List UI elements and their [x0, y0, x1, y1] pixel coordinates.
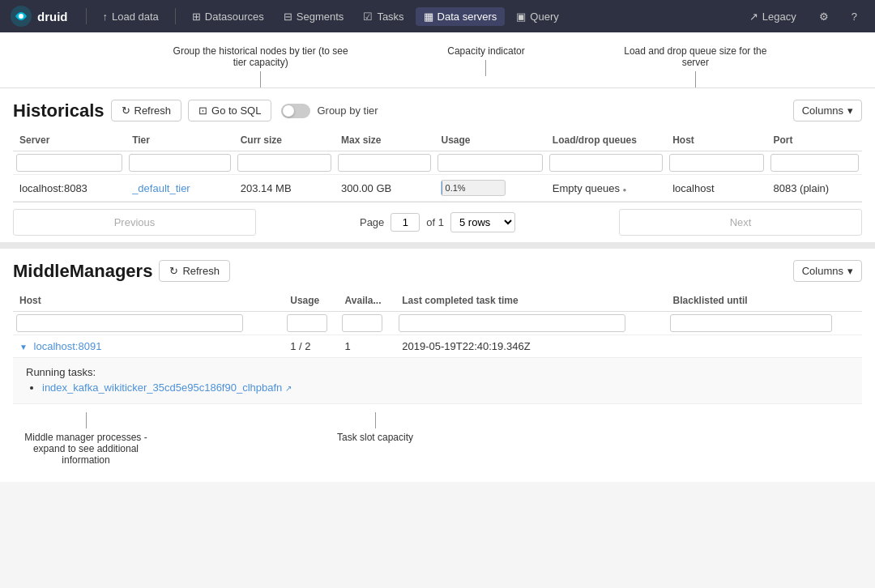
- task-link[interactable]: index_kafka_wikiticker_35cd5e95c186f90_c…: [42, 381, 282, 394]
- historicals-header-row: Server Tier Curr size Max size Usage Loa…: [13, 130, 862, 151]
- middle-managers-refresh-button[interactable]: ↻ Refresh: [159, 260, 230, 282]
- page-center: Page of 1 5 rows 10 rows 25 rows: [360, 212, 515, 232]
- tier-link[interactable]: _default_tier: [132, 182, 190, 194]
- help-icon: ?: [852, 11, 857, 23]
- mm-expand-row: Running tasks: index_kafka_wikiticker_35…: [13, 358, 862, 404]
- col-server: Server: [13, 130, 126, 151]
- mm-col-blacklisted: Blacklisted until: [667, 290, 862, 312]
- mm-filter-last-completed[interactable]: [399, 314, 625, 332]
- nav-divider2: [175, 8, 176, 24]
- group-by-tier-toggle[interactable]: [281, 104, 310, 118]
- cell-server: localhost:8083: [13, 175, 126, 202]
- cell-tier: _default_tier: [126, 175, 234, 202]
- filter-load-drop[interactable]: [549, 154, 663, 172]
- nav-data-servers[interactable]: ▦ Data servers: [416, 7, 506, 26]
- filter-usage[interactable]: [438, 154, 542, 172]
- mm-col-available: Availa...: [339, 290, 396, 312]
- cell-max-size: 300.00 GB: [335, 175, 434, 202]
- data-servers-icon: ▦: [424, 11, 433, 23]
- mm-cell-usage: 1 / 2: [284, 335, 338, 358]
- mm-filter-blacklisted[interactable]: [670, 314, 832, 332]
- next-button[interactable]: Next: [619, 209, 862, 236]
- running-tasks-list: index_kafka_wikiticker_35cd5e95c186f90_c…: [26, 381, 849, 394]
- bottom-ann-middle-manager: Middle manager processes - expand to see…: [13, 412, 159, 466]
- nav-segments[interactable]: ⊟ Segments: [275, 7, 352, 26]
- table-row: localhost:8083 _default_tier 203.14 MB 3…: [13, 175, 862, 202]
- mm-filter-available[interactable]: [342, 314, 382, 332]
- nav-tasks[interactable]: ☑ Tasks: [355, 7, 412, 26]
- middle-managers-table-wrapper: Host Usage Availa... Last completed task…: [13, 290, 862, 404]
- mm-chevron-down-icon: ▾: [847, 265, 853, 277]
- nav-query[interactable]: ▣ Query: [508, 7, 566, 26]
- usage-bar: 0.1%: [441, 180, 506, 196]
- historicals-header: Historicals ↻ Refresh ⊡ Go to SQL Group …: [13, 100, 862, 121]
- mm-cell-blacklisted: [667, 335, 862, 358]
- mm-col-last-completed: Last completed task time: [395, 290, 666, 312]
- previous-button[interactable]: Previous: [13, 209, 256, 236]
- load-drop-dot: ●: [623, 186, 627, 194]
- historicals-columns-button[interactable]: Columns ▾: [793, 100, 862, 121]
- bottom-ann-line2: [375, 412, 376, 428]
- segments-icon: ⊟: [284, 11, 292, 23]
- mm-filter-row: [13, 312, 862, 335]
- external-link-icon: ↗: [285, 384, 292, 393]
- nav-right: ↗ Legacy ⚙ ?: [741, 7, 865, 26]
- go-to-sql-button[interactable]: ⊡ Go to SQL: [188, 100, 271, 121]
- mm-filter-host[interactable]: [16, 314, 243, 332]
- running-tasks-label: Running tasks:: [26, 366, 849, 378]
- nav-datasources[interactable]: ⊞ Datasources: [184, 7, 272, 26]
- mm-table-row-expanded: ▼ localhost:8091 1 / 2 1 2019-05-19T22:4…: [13, 335, 862, 358]
- filter-port[interactable]: [770, 154, 859, 172]
- sql-icon: ⊡: [198, 104, 207, 117]
- middle-managers-title: MiddleManagers: [13, 261, 152, 282]
- page-input[interactable]: [391, 213, 420, 232]
- annotation-group-by-tier: Group the historical nodes by tier (to s…: [172, 45, 350, 87]
- list-item: index_kafka_wikiticker_35cd5e95c186f90_c…: [42, 381, 849, 394]
- mm-cell-last-completed: 2019-05-19T22:40:19.346Z: [395, 335, 666, 358]
- nav-load-data[interactable]: ↑ Load data: [95, 7, 167, 26]
- filter-host[interactable]: [669, 154, 763, 172]
- col-tier: Tier: [126, 130, 234, 151]
- filter-curr-size[interactable]: [237, 154, 331, 172]
- nav-bar: druid ↑ Load data ⊞ Datasources ⊟ Segmen…: [0, 0, 875, 32]
- mm-cell-host: ▼ localhost:8091: [13, 335, 284, 358]
- group-by-tier-label: Group by tier: [317, 104, 378, 117]
- historicals-table-wrapper: Server Tier Curr size Max size Usage Loa…: [13, 130, 862, 202]
- mm-header-row: Host Usage Availa... Last completed task…: [13, 290, 862, 312]
- nav-help[interactable]: ?: [843, 7, 865, 26]
- page-label: Page: [360, 216, 384, 228]
- of-label: of 1: [426, 216, 444, 228]
- cell-load-drop: Empty queues ●: [546, 175, 666, 202]
- historicals-table: Server Tier Curr size Max size Usage Loa…: [13, 130, 862, 202]
- gear-icon: ⚙: [819, 11, 829, 23]
- cell-usage: 0.1%: [434, 175, 545, 202]
- filter-server[interactable]: [16, 154, 122, 172]
- nav-divider: [86, 8, 87, 24]
- col-port: Port: [767, 130, 862, 151]
- rows-select[interactable]: 5 rows 10 rows 25 rows: [450, 212, 515, 232]
- col-usage: Usage: [434, 130, 545, 151]
- filter-tier[interactable]: [129, 154, 231, 172]
- cell-curr-size: 203.14 MB: [234, 175, 335, 202]
- col-curr-size: Curr size: [234, 130, 335, 151]
- historicals-refresh-button[interactable]: ↻ Refresh: [111, 100, 182, 121]
- logo-text: druid: [37, 10, 68, 23]
- svg-point-1: [19, 14, 23, 19]
- annotation-capacity: Capacity indicator: [433, 45, 539, 87]
- nav-legacy[interactable]: ↗ Legacy: [741, 7, 805, 26]
- nav-settings[interactable]: ⚙: [811, 7, 837, 26]
- annotation-area: Group the historical nodes by tier (to s…: [0, 32, 875, 88]
- annotation-load-drop: Load and drop queue size for the server: [622, 45, 768, 87]
- col-host: Host: [666, 130, 766, 151]
- filter-max-size[interactable]: [338, 154, 431, 172]
- expand-chevron[interactable]: ▼: [19, 343, 28, 352]
- middle-managers-section: MiddleManagers ↻ Refresh Columns ▾ Host …: [0, 249, 875, 404]
- mm-refresh-icon: ↻: [169, 265, 178, 277]
- mm-col-usage: Usage: [284, 290, 338, 312]
- middle-managers-columns-button[interactable]: Columns ▾: [793, 260, 862, 282]
- datasources-icon: ⊞: [192, 11, 201, 23]
- mm-host-link[interactable]: localhost:8091: [34, 340, 102, 352]
- mm-filter-usage[interactable]: [287, 314, 327, 332]
- group-by-tier-toggle-group: Group by tier: [281, 104, 378, 118]
- cell-host: localhost: [666, 175, 766, 202]
